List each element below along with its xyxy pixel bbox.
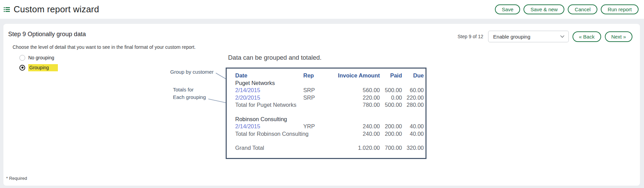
grand-total-paid: 700.00 <box>380 144 402 152</box>
paid-cell: 0.00 <box>380 94 402 102</box>
radio-button-unselected[interactable] <box>19 55 25 61</box>
grand-total-label: Grand Total <box>235 144 334 152</box>
invoice-cell: 240.00 <box>334 123 380 130</box>
total-due: 280.00 <box>402 101 424 109</box>
annotation-connector-lines <box>167 65 235 106</box>
radio-label-no-grouping[interactable]: No grouping <box>28 55 54 60</box>
step-description: Choose the level of detail that you want… <box>13 44 196 50</box>
table-row: 2/14/2015 SRP 560.00 500.00 60.00 <box>235 87 421 94</box>
wizard-step-panel: Step 9 Optionally group data Choose the … <box>3 24 640 186</box>
paid-cell: 500.00 <box>380 87 402 94</box>
back-button[interactable]: « Back <box>573 31 601 42</box>
step-navigation: Step 9 of 12 Enable grouping « Back Next… <box>457 31 632 42</box>
column-header-due: Due <box>402 72 424 79</box>
column-header-invoice-amount: Invoice Amount <box>334 72 380 79</box>
page-title: Custom report wizard <box>14 4 99 15</box>
table-row: 2/14/2015 YRP 240.00 200.00 40.00 <box>235 123 421 130</box>
column-header-rep: Rep <box>303 72 334 79</box>
report-list-icon <box>3 6 10 13</box>
total-label: Total for Puget Networks <box>235 101 334 109</box>
radio-option-no-grouping[interactable]: No grouping <box>19 54 54 61</box>
radio-label-grouping[interactable]: Grouping <box>28 64 58 71</box>
grand-total-due: 320.00 <box>402 144 424 152</box>
group-spacer <box>235 138 421 144</box>
group-name-row: Robinson Consulting <box>235 116 421 123</box>
radio-button-selected[interactable] <box>19 65 25 71</box>
paid-cell: 200.00 <box>380 123 402 130</box>
next-button[interactable]: Next » <box>605 31 632 42</box>
step-select-value: Enable grouping <box>493 34 560 40</box>
total-invoice: 240.00 <box>334 130 380 138</box>
grand-total-invoice: 1.020.00 <box>334 144 380 152</box>
step-title: Step 9 Optionally group data <box>8 31 86 38</box>
grand-total-row: Grand Total 1.020.00 700.00 320.00 <box>235 144 421 152</box>
cancel-button[interactable]: Cancel <box>568 4 597 14</box>
radio-option-grouping[interactable]: Grouping <box>19 64 58 71</box>
step-select-dropdown[interactable]: Enable grouping <box>488 31 569 42</box>
run-report-button[interactable]: Run report <box>601 4 639 14</box>
column-header-paid: Paid <box>380 72 402 79</box>
total-due: 40.00 <box>402 130 424 138</box>
due-cell: 60.00 <box>402 87 424 94</box>
invoice-cell: 560.00 <box>334 87 380 94</box>
total-label: Total for Robinson Consulting <box>235 130 334 138</box>
customer-name: Robinson Consulting <box>235 116 421 123</box>
top-header-bar: Custom report wizard Save Save & new Can… <box>0 0 644 19</box>
date-cell: 2/14/2015 <box>235 123 303 130</box>
customer-name: Puget Networks <box>235 79 421 87</box>
table-row: 2/20/2015 SRP 220.00 0.00 220.00 <box>235 94 421 102</box>
step-indicator: Step 9 of 12 <box>457 34 483 39</box>
group-name-row: Puget Networks <box>235 79 421 87</box>
rep-cell: YRP <box>303 123 334 130</box>
group-spacer <box>235 109 421 116</box>
rep-cell: SRP <box>303 87 334 94</box>
chevron-down-icon <box>560 35 564 38</box>
column-header-date: Date <box>235 72 303 79</box>
group-total-row: Total for Puget Networks 780.00 500.00 2… <box>235 101 421 109</box>
total-paid: 200.00 <box>380 130 402 138</box>
group-total-row: Total for Robinson Consulting 240.00 200… <box>235 130 421 138</box>
due-cell: 220.00 <box>402 94 424 102</box>
total-paid: 500.00 <box>380 101 402 109</box>
total-invoice: 780.00 <box>334 101 380 109</box>
date-cell: 2/20/2015 <box>235 94 303 102</box>
example-grouped-table: Date Rep Invoice Amount Paid Due Puget N… <box>226 68 426 159</box>
example-caption: Data can be grouped and totaled. <box>228 54 322 61</box>
save-and-new-button[interactable]: Save & new <box>524 4 564 14</box>
header-actions: Save Save & new Cancel Run report <box>495 4 639 14</box>
save-button[interactable]: Save <box>495 4 520 14</box>
required-note: * Required <box>6 176 27 181</box>
rep-cell: SRP <box>303 94 334 102</box>
due-cell: 40.00 <box>402 123 424 130</box>
invoice-cell: 220.00 <box>334 94 380 102</box>
table-header-row: Date Rep Invoice Amount Paid Due <box>235 72 421 79</box>
date-cell: 2/14/2015 <box>235 87 303 94</box>
